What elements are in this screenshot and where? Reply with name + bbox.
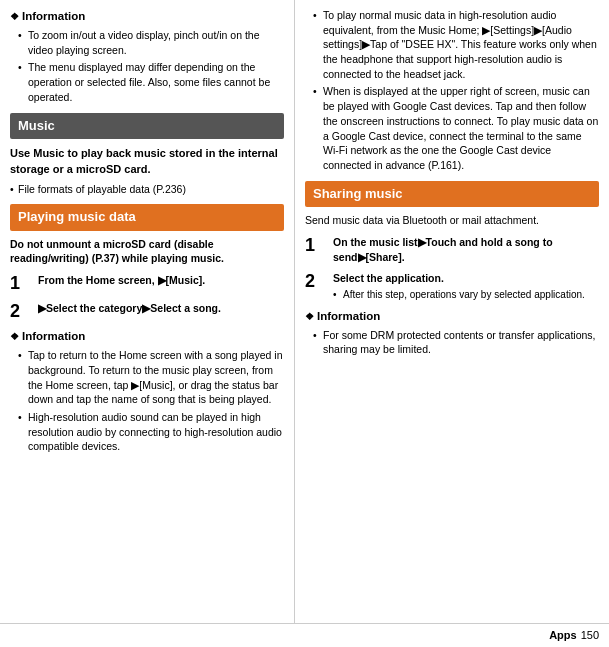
step-1-text: From the Home screen, ▶[Music]. <box>38 273 284 288</box>
main-content: Information To zoom in/out a video displ… <box>0 0 609 623</box>
right-bullet-item: To play normal music data in high-resolu… <box>313 8 599 81</box>
right-top-bullets: To play normal music data in high-resolu… <box>305 8 599 173</box>
info-list-2: Tap to return to the Home screen with a … <box>10 348 284 454</box>
sharing-step-1-row: 1 On the music list▶Touch and hold a son… <box>305 235 599 264</box>
left-column: Information To zoom in/out a video displ… <box>0 0 295 623</box>
sharing-step-2-text: Select the application. <box>333 271 599 286</box>
info-title-2: Information <box>10 328 284 344</box>
right-bullet-item: When is displayed at the upper right of … <box>313 84 599 172</box>
page-wrapper: Information To zoom in/out a video displ… <box>0 0 609 647</box>
music-intro: Use Music to play back music stored in t… <box>10 145 284 178</box>
info-list-item: The menu displayed may differ depending … <box>18 60 284 104</box>
info-list-3: For some DRM protected contents or trans… <box>305 328 599 357</box>
info-block-2: Information Tap to return to the Home sc… <box>10 328 284 454</box>
sharing-step-1-text: On the music list▶Touch and hold a song … <box>333 235 599 264</box>
sharing-section-header: Sharing music <box>305 181 599 207</box>
footer-page-number: 150 <box>581 628 599 643</box>
playing-section-header: Playing music data <box>10 204 284 230</box>
info-list-item: For some DRM protected contents or trans… <box>313 328 599 357</box>
sharing-intro: Send music data via Bluetooth or mail at… <box>305 213 599 228</box>
footer-apps-label: Apps <box>549 628 577 643</box>
sharing-step-2-row: 2 Select the application. After this ste… <box>305 271 599 302</box>
info-list-item: High-resolution audio sound can be playe… <box>18 410 284 454</box>
playing-warning: Do not unmount a microSD card (disable r… <box>10 237 284 266</box>
right-column: To play normal music data in high-resolu… <box>295 0 609 623</box>
info-list-item: To zoom in/out a video display, pinch ou… <box>18 28 284 57</box>
step-2-num: 2 <box>10 301 32 323</box>
info-title-3: Information <box>305 308 599 324</box>
step-1-num: 1 <box>10 273 32 295</box>
page-footer: Apps 150 <box>0 623 609 647</box>
info-title-1: Information <box>10 8 284 24</box>
info-block-3: Information For some DRM protected conte… <box>305 308 599 357</box>
step-2-row: 2 ▶Select the category▶Select a song. <box>10 301 284 323</box>
sharing-step-2-block: Select the application. After this step,… <box>333 271 599 302</box>
sharing-step-2-num: 2 <box>305 271 327 293</box>
step-1-row: 1 From the Home screen, ▶[Music]. <box>10 273 284 295</box>
sharing-step-2-sub: After this step, operations vary by sele… <box>333 288 599 302</box>
music-section-header: Music <box>10 113 284 139</box>
info-list-item: Tap to return to the Home screen with a … <box>18 348 284 407</box>
info-list-1: To zoom in/out a video display, pinch ou… <box>10 28 284 104</box>
sharing-step-1-num: 1 <box>305 235 327 257</box>
music-file-formats: File formats of playable data (P.236) <box>10 182 284 197</box>
step-2-text: ▶Select the category▶Select a song. <box>38 301 284 316</box>
info-block-1: Information To zoom in/out a video displ… <box>10 8 284 105</box>
